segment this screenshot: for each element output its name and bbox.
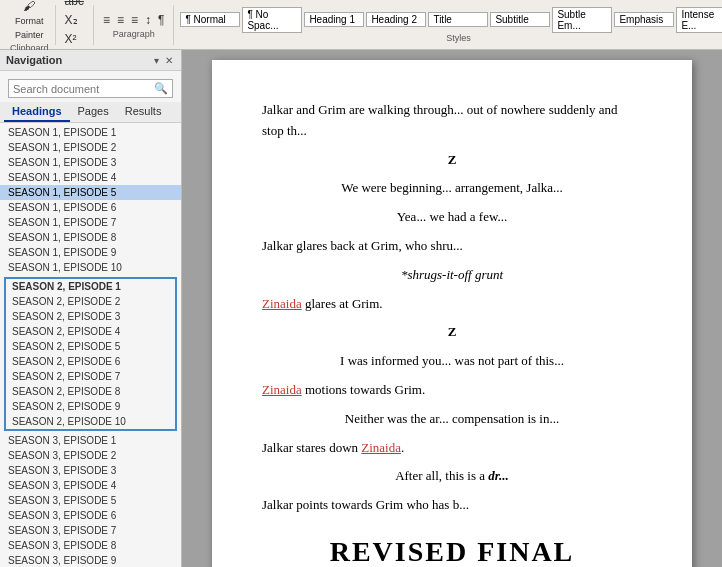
superscript-button[interactable]: X² [62, 30, 80, 48]
paragraph-section: ≡ ≡ ≡ ↕ ¶ Paragraph [94, 5, 175, 45]
list-item[interactable]: SEASON 3, EPISODE 2 [0, 448, 181, 463]
list-item[interactable]: SEASON 1, EPISODE 4 [0, 170, 181, 185]
list-item[interactable]: SEASON 1, EPISODE 6 [0, 200, 181, 215]
style-intense[interactable]: Intense E... [676, 7, 722, 33]
search-input[interactable] [13, 83, 154, 95]
tab-results[interactable]: Results [117, 102, 170, 122]
list-item[interactable]: SEASON 1, EPISODE 7 [0, 215, 181, 230]
doc-line-12: Jalkar points towards Grim who has b... [262, 495, 642, 516]
styles-gallery: ¶ Normal ¶ No Spac... Heading 1 Heading … [180, 7, 722, 33]
doc-line-5: *shrugs-it-off grunt [262, 265, 642, 286]
doc-heading-z2: Z [262, 322, 642, 343]
nav-header: Navigation ▾ ✕ [0, 50, 181, 71]
search-bar: 🔍 [8, 79, 173, 98]
format-painter-button[interactable]: 🖌 Format Painter [10, 0, 49, 43]
doc-line-11: After all, this is a dr... [262, 466, 642, 487]
toolbar: 🖌 Format Painter Clipboard B I U abc X₂ … [0, 0, 722, 50]
nav-controls: ▾ ✕ [152, 55, 175, 66]
zinaida-link-3[interactable]: Zinaida [361, 440, 401, 455]
doc-line-6: Zinaida glares at Grim. [262, 294, 642, 315]
style-nospace[interactable]: ¶ No Spac... [242, 7, 302, 33]
line-spacing-button[interactable]: ↕ [142, 11, 154, 29]
list-item[interactable]: SEASON 2, EPISODE 1 [6, 279, 175, 294]
list-item[interactable]: SEASON 2, EPISODE 5 [6, 339, 175, 354]
doc-line-9: Neither was the ar... compensation is in… [262, 409, 642, 430]
tab-headings[interactable]: Headings [4, 102, 70, 122]
doc-heading-z1: Z [262, 150, 642, 171]
list-item[interactable]: SEASON 2, EPISODE 4 [6, 324, 175, 339]
list-item[interactable]: SEASON 3, EPISODE 5 [0, 493, 181, 508]
list-item[interactable]: SEASON 1, EPISODE 1 [0, 125, 181, 140]
style-normal[interactable]: ¶ Normal [180, 12, 240, 27]
subscript-button[interactable]: X₂ [62, 11, 81, 29]
style-heading2[interactable]: Heading 2 [366, 12, 426, 27]
styles-label: Styles [180, 33, 722, 43]
list-item[interactable]: SEASON 3, EPISODE 4 [0, 478, 181, 493]
clipboard-section: 🖌 Format Painter Clipboard [4, 5, 56, 45]
doc-line-3: Yea... we had a few... [262, 207, 642, 228]
paragraph-label: Paragraph [100, 29, 168, 39]
doc-line-8: Zinaida motions towards Grim. [262, 380, 642, 401]
list-item[interactable]: SEASON 3, EPISODE 8 [0, 538, 181, 553]
list-item[interactable]: SEASON 3, EPISODE 6 [0, 508, 181, 523]
list-item[interactable]: SEASON 2, EPISODE 9 [6, 399, 175, 414]
nav-list: SEASON 1, EPISODE 1 SEASON 1, EPISODE 2 … [0, 123, 181, 567]
list-item[interactable]: SEASON 1, EPISODE 8 [0, 230, 181, 245]
list-item[interactable]: SEASON 3, EPISODE 7 [0, 523, 181, 538]
list-item[interactable]: SEASON 1, EPISODE 9 [0, 245, 181, 260]
list-item-selected[interactable]: SEASON 1, EPISODE 5 [0, 185, 181, 200]
list-item[interactable]: SEASON 2, EPISODE 7 [6, 369, 175, 384]
strikethrough-button[interactable]: abc [62, 0, 87, 10]
style-heading1[interactable]: Heading 1 [304, 12, 364, 27]
list-item[interactable]: SEASON 2, EPISODE 6 [6, 354, 175, 369]
doc-page: Jalkar and Grim are walking through... o… [212, 60, 692, 567]
search-icon[interactable]: 🔍 [154, 82, 168, 95]
doc-line-2: We were beginning... arrangement, Jalka.… [262, 178, 642, 199]
list-item[interactable]: SEASON 2, EPISODE 2 [6, 294, 175, 309]
document-area: Jalkar and Grim are walking through... o… [182, 50, 722, 567]
styles-section: ¶ Normal ¶ No Spac... Heading 1 Heading … [174, 5, 722, 45]
doc-line-4: Jalkar glares back at Grim, who shru... [262, 236, 642, 257]
search-container: 🔍 [0, 71, 181, 102]
style-title[interactable]: Title [428, 12, 488, 27]
zinaida-link-1[interactable]: Zinaida [262, 296, 302, 311]
doc-big-title: Revised Final [262, 536, 642, 567]
list-item[interactable]: SEASON 1, EPISODE 3 [0, 155, 181, 170]
show-para-button[interactable]: ¶ [155, 11, 167, 29]
navigation-panel: Navigation ▾ ✕ 🔍 Headings Pages Results … [0, 50, 182, 567]
nav-minimize-button[interactable]: ▾ [152, 55, 161, 66]
tab-pages[interactable]: Pages [70, 102, 117, 122]
style-subtitle[interactable]: Subtitle [490, 12, 550, 27]
doc-bold-text: dr... [488, 468, 509, 483]
align-right-button[interactable]: ≡ [128, 11, 141, 29]
list-item[interactable]: SEASON 3, EPISODE 9 [0, 553, 181, 567]
nav-title: Navigation [6, 54, 62, 66]
align-center-button[interactable]: ≡ [114, 11, 127, 29]
doc-line-1: Jalkar and Grim are walking through... o… [262, 100, 642, 142]
list-item[interactable]: SEASON 1, EPISODE 2 [0, 140, 181, 155]
list-item[interactable]: SEASON 3, EPISODE 3 [0, 463, 181, 478]
align-left-button[interactable]: ≡ [100, 11, 113, 29]
season2-box: SEASON 2, EPISODE 1 SEASON 2, EPISODE 2 … [4, 277, 177, 431]
doc-line-10: Jalkar stares down Zinaida. [262, 438, 642, 459]
font-section: B I U abc X₂ X² A A Font [56, 5, 94, 45]
nav-tabs: Headings Pages Results [0, 102, 181, 123]
list-item[interactable]: SEASON 3, EPISODE 1 [0, 433, 181, 448]
doc-line-7: I was informed you... was not part of th… [262, 351, 642, 372]
list-item[interactable]: SEASON 2, EPISODE 10 [6, 414, 175, 429]
list-item[interactable]: SEASON 2, EPISODE 8 [6, 384, 175, 399]
list-item[interactable]: SEASON 2, EPISODE 3 [6, 309, 175, 324]
nav-close-button[interactable]: ✕ [163, 55, 175, 66]
style-subtle[interactable]: Subtle Em... [552, 7, 612, 33]
main-area: Navigation ▾ ✕ 🔍 Headings Pages Results … [0, 50, 722, 567]
style-emphasis[interactable]: Emphasis [614, 12, 674, 27]
list-item[interactable]: SEASON 1, EPISODE 10 [0, 260, 181, 275]
zinaida-link-2[interactable]: Zinaida [262, 382, 302, 397]
